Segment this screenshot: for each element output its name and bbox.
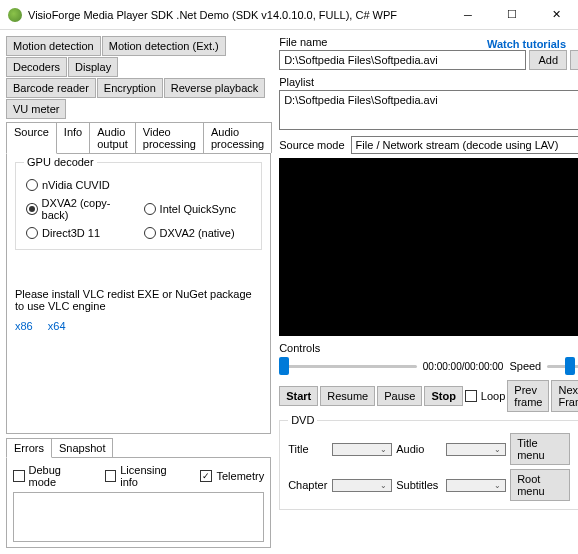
browse-button[interactable]: ... [570, 50, 578, 70]
dvd-audio-select[interactable]: ⌄ [446, 443, 506, 456]
dvd-title-select[interactable]: ⌄ [332, 443, 392, 456]
tab-errors[interactable]: Errors [6, 438, 52, 458]
dvd-chapter-select[interactable]: ⌄ [332, 479, 392, 492]
upper-tabs: Source Info Audio output Video processin… [6, 122, 271, 154]
tab-audio-processing[interactable]: Audio processing [203, 122, 272, 153]
errors-textbox[interactable] [13, 492, 264, 542]
radio-dxva2-native[interactable]: DXVA2 (native) [144, 227, 252, 239]
window-title: VisioForge Media Player SDK .Net Demo (S… [28, 9, 446, 21]
titlebar: VisioForge Media Player SDK .Net Demo (S… [0, 0, 578, 30]
prev-frame-button[interactable]: Prev frame [507, 380, 549, 412]
gpu-decoder-title: GPU decoder [24, 156, 97, 168]
filename-input[interactable]: D:\Softpedia Files\Softpedia.avi [279, 50, 526, 70]
encryption-button[interactable]: Encryption [97, 78, 163, 98]
root-menu-button[interactable]: Root menu [510, 469, 570, 501]
barcode-reader-button[interactable]: Barcode reader [6, 78, 96, 98]
playlist-label: Playlist [279, 76, 578, 88]
speed-slider[interactable] [547, 356, 578, 376]
vu-meter-button[interactable]: VU meter [6, 99, 66, 119]
motion-detection-button[interactable]: Motion detection [6, 36, 101, 56]
bottom-tabs: Errors Snapshot [6, 438, 271, 458]
dvd-group: DVD Title ⌄ Audio ⌄ Title menu Chapter ⌄… [279, 420, 578, 510]
minimize-button[interactable]: ─ [446, 0, 490, 30]
title-menu-button[interactable]: Title menu [510, 433, 570, 465]
chevron-down-icon: ⌄ [494, 481, 501, 490]
tab-info[interactable]: Info [56, 122, 90, 153]
resume-button[interactable]: Resume [320, 386, 375, 406]
maximize-button[interactable]: ☐ [490, 0, 534, 30]
chevron-down-icon: ⌄ [380, 481, 387, 490]
chevron-down-icon: ⌄ [494, 445, 501, 454]
seek-slider[interactable] [279, 356, 417, 376]
dvd-title-label: Title [288, 443, 328, 455]
motion-detection-ext-button[interactable]: Motion detection (Ext.) [102, 36, 226, 56]
dvd-subtitles-select[interactable]: ⌄ [446, 479, 506, 492]
app-icon [8, 8, 22, 22]
pause-button[interactable]: Pause [377, 386, 422, 406]
check-loop[interactable]: Loop [465, 390, 505, 402]
controls-label: Controls [279, 342, 578, 354]
source-mode-label: Source mode [279, 139, 344, 151]
radio-intel[interactable]: Intel QuickSync [144, 197, 252, 221]
source-mode-select[interactable]: File / Network stream (decode using LAV)… [351, 136, 578, 154]
link-x64[interactable]: x64 [48, 320, 66, 332]
chevron-down-icon: ⌄ [380, 445, 387, 454]
start-button[interactable]: Start [279, 386, 318, 406]
check-licensing[interactable]: Licensing info [105, 464, 185, 488]
playlist-box[interactable]: D:\Softpedia Files\Softpedia.avi [279, 90, 578, 130]
video-area [279, 158, 578, 336]
decoders-button[interactable]: Decoders [6, 57, 67, 77]
radio-nvidia[interactable]: nVidia CUVID [26, 179, 134, 191]
playlist-item[interactable]: D:\Softpedia Files\Softpedia.avi [282, 93, 578, 107]
radio-dxva2-copy[interactable]: DXVA2 (copy-back) [26, 197, 134, 221]
dvd-title: DVD [288, 414, 317, 426]
time-display: 00:00:00/00:00:00 [423, 361, 504, 372]
tab-snapshot[interactable]: Snapshot [51, 438, 113, 457]
close-button[interactable]: ✕ [534, 0, 578, 30]
display-button[interactable]: Display [68, 57, 118, 77]
next-frame-button[interactable]: Next Frame [551, 380, 578, 412]
vlc-note: Please install VLC redist EXE or NuGet p… [15, 288, 262, 312]
check-telemetry[interactable]: ✓Telemetry [200, 464, 264, 488]
tab-source[interactable]: Source [6, 122, 57, 154]
add-button[interactable]: Add [529, 50, 567, 70]
tab-video-processing[interactable]: Video processing [135, 122, 204, 153]
check-debug[interactable]: Debug mode [13, 464, 89, 488]
speed-label: Speed [509, 360, 541, 372]
reverse-playback-button[interactable]: Reverse playback [164, 78, 265, 98]
radio-d3d11[interactable]: Direct3D 11 [26, 227, 134, 239]
dvd-subtitles-label: Subtitles [396, 479, 442, 491]
right.stop[interactable]: Stop [424, 386, 462, 406]
tab-audio-output[interactable]: Audio output [89, 122, 136, 153]
watch-tutorials-link[interactable]: Watch tutorials [487, 38, 566, 50]
link-x86[interactable]: x86 [15, 320, 33, 332]
dvd-chapter-label: Chapter [288, 479, 328, 491]
gpu-decoder-group: GPU decoder nVidia CUVID DXVA2 (copy-bac… [15, 162, 262, 250]
dvd-audio-label: Audio [396, 443, 442, 455]
